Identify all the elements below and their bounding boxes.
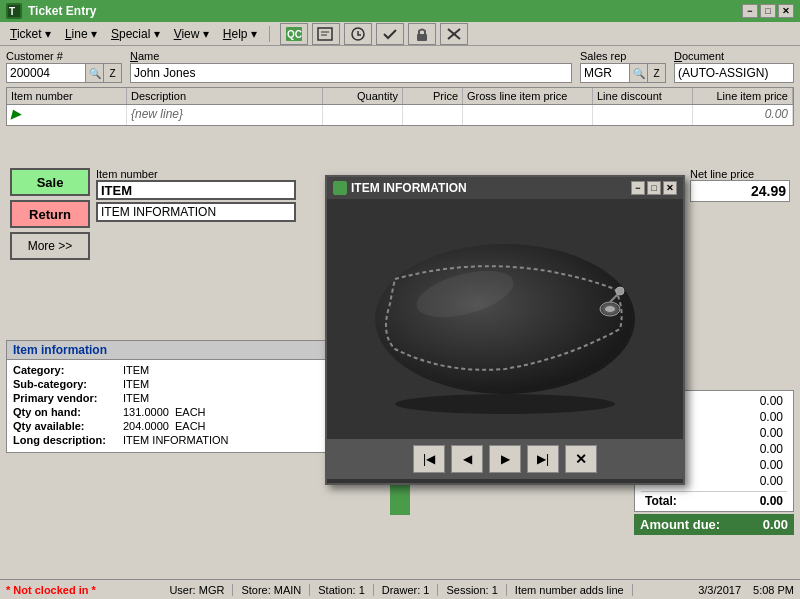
gun-case-image <box>365 219 645 419</box>
status-bar: * Not clocked in * User: MGR Store: MAIN… <box>0 579 800 599</box>
close-button[interactable]: ✕ <box>778 4 794 18</box>
info-row-qty-avail: Qty available: 204.0000 EACH <box>13 420 319 432</box>
qty-hand-val: 131.0000 EACH <box>123 406 206 418</box>
document-input[interactable] <box>674 63 794 83</box>
col-item-number: Item number <box>7 88 127 104</box>
menu-special[interactable]: Special ▾ <box>105 25 166 43</box>
customer-form-row: Customer # 🔍 Z Name Sales rep 🔍 Z Docume… <box>6 50 794 83</box>
menu-view[interactable]: View ▾ <box>168 25 215 43</box>
sale-button[interactable]: Sale <box>10 168 90 196</box>
long-desc-val: ITEM INFORMATION <box>123 434 229 446</box>
row-price <box>403 105 463 125</box>
item-info-table: Category: ITEM Sub-category: ITEM Primar… <box>6 360 326 453</box>
status-datetime: 3/3/2017 5:08 PM <box>698 584 794 596</box>
status-station: Station: 1 <box>310 584 373 596</box>
qty-avail-val: 204.0000 EACH <box>123 420 206 432</box>
info-row-subcategory: Sub-category: ITEM <box>13 378 319 390</box>
toolbar-btn-lock[interactable] <box>408 23 436 45</box>
menu-line[interactable]: Line ▾ <box>59 25 103 43</box>
not-clocked-in-label: * Not clocked in * <box>6 584 96 596</box>
customer-number-input[interactable] <box>6 63 86 83</box>
customer-name-group: Name <box>130 50 572 83</box>
app-icon: T <box>6 3 22 19</box>
svg-text:T: T <box>9 6 15 17</box>
customer-name-label: Name <box>130 50 572 62</box>
nav-close-btn[interactable]: ✕ <box>565 445 597 473</box>
minimize-button[interactable]: − <box>742 4 758 18</box>
row-line-price: 0.00 <box>693 105 793 125</box>
more-button[interactable]: More >> <box>10 232 90 260</box>
svg-point-11 <box>375 244 635 394</box>
customer-number-label: Customer # <box>6 50 122 62</box>
amount-due-label: Amount due: <box>640 517 720 532</box>
status-drawer: Drawer: 1 <box>374 584 439 596</box>
customer-search-btn[interactable]: 🔍 <box>86 63 104 83</box>
qty-hand-key: Qty on hand: <box>13 406 123 418</box>
popup-title-bar: ITEM INFORMATION − □ ✕ <box>327 177 683 199</box>
subcategory-val: ITEM <box>123 378 149 390</box>
status-date: 3/3/2017 <box>698 584 741 596</box>
totals-val-1: 0.00 <box>760 394 783 408</box>
net-line-price-input[interactable] <box>690 180 790 202</box>
totals-val-2: 0.00 <box>760 410 783 424</box>
nav-prev-btn[interactable]: ◀ <box>451 445 483 473</box>
info-row-long-desc: Long description: ITEM INFORMATION <box>13 434 319 446</box>
toolbar-btn-4[interactable] <box>376 23 404 45</box>
document-label: Document <box>674 50 794 62</box>
toolbar-btn-close[interactable] <box>440 23 468 45</box>
nav-play-btn[interactable]: ▶ <box>489 445 521 473</box>
popup-minimize-btn[interactable]: − <box>631 181 645 195</box>
nav-first-btn[interactable]: |◀ <box>413 445 445 473</box>
totals-val-4: 0.00 <box>760 442 783 456</box>
toolbar-btn-1[interactable]: QC <box>280 23 308 45</box>
svg-point-16 <box>616 287 624 295</box>
item-number-input[interactable] <box>96 180 296 200</box>
item-info-input[interactable] <box>96 202 296 222</box>
main-content: Customer # 🔍 Z Name Sales rep 🔍 Z Docume… <box>0 46 800 134</box>
col-price: Price <box>403 88 463 104</box>
row-discount <box>593 105 693 125</box>
popup-maximize-btn[interactable]: □ <box>647 181 661 195</box>
long-desc-key: Long description: <box>13 434 123 446</box>
vendor-val: ITEM <box>123 392 149 404</box>
info-row-qty-hand: Qty on hand: 131.0000 EACH <box>13 406 319 418</box>
popup-nav-bar: |◀ ◀ ▶ ▶| ✕ <box>327 439 683 479</box>
sales-rep-edit-btn[interactable]: Z <box>648 63 666 83</box>
popup-image-area <box>327 199 683 439</box>
menu-bar: Ticket ▾ Line ▾ Special ▾ View ▾ Help ▾ … <box>0 22 800 46</box>
document-group: Document <box>674 50 794 83</box>
row-quantity <box>323 105 403 125</box>
toolbar-btn-3[interactable] <box>344 23 372 45</box>
col-description: Description <box>127 88 323 104</box>
info-row-vendor: Primary vendor: ITEM <box>13 392 319 404</box>
col-line-price: Line item price <box>693 88 793 104</box>
sales-rep-input[interactable] <box>580 63 630 83</box>
maximize-button[interactable]: □ <box>760 4 776 18</box>
menu-ticket[interactable]: Ticket ▾ <box>4 25 57 43</box>
grid-header: Item number Description Quantity Price G… <box>7 88 793 105</box>
status-user: User: MGR <box>161 584 233 596</box>
table-row[interactable]: ▶ {new line} 0.00 <box>7 105 793 125</box>
status-time: 5:08 PM <box>753 584 794 596</box>
customer-name-input[interactable] <box>130 63 572 83</box>
amount-due-value: 0.00 <box>763 517 788 532</box>
sales-rep-group: Sales rep 🔍 Z <box>580 50 666 83</box>
menu-separator <box>269 26 270 42</box>
nav-last-btn[interactable]: ▶| <box>527 445 559 473</box>
return-button[interactable]: Return <box>10 200 90 228</box>
toolbar-icons: QC <box>280 23 468 45</box>
toolbar-btn-2[interactable] <box>312 23 340 45</box>
svg-point-14 <box>605 306 615 312</box>
svg-text:QC: QC <box>287 29 302 40</box>
totals-val-5: 0.00 <box>760 458 783 472</box>
subcategory-key: Sub-category: <box>13 378 123 390</box>
col-gross: Gross line item price <box>463 88 593 104</box>
customer-number-group: Customer # 🔍 Z <box>6 50 122 83</box>
sales-rep-search-btn[interactable]: 🔍 <box>630 63 648 83</box>
totals-val-6: 0.00 <box>760 474 783 488</box>
menu-help[interactable]: Help ▾ <box>217 25 263 43</box>
popup-close-btn[interactable]: ✕ <box>663 181 677 195</box>
totals-total-label: Total: <box>645 494 677 508</box>
status-session: Session: 1 <box>438 584 506 596</box>
customer-edit-btn[interactable]: Z <box>104 63 122 83</box>
